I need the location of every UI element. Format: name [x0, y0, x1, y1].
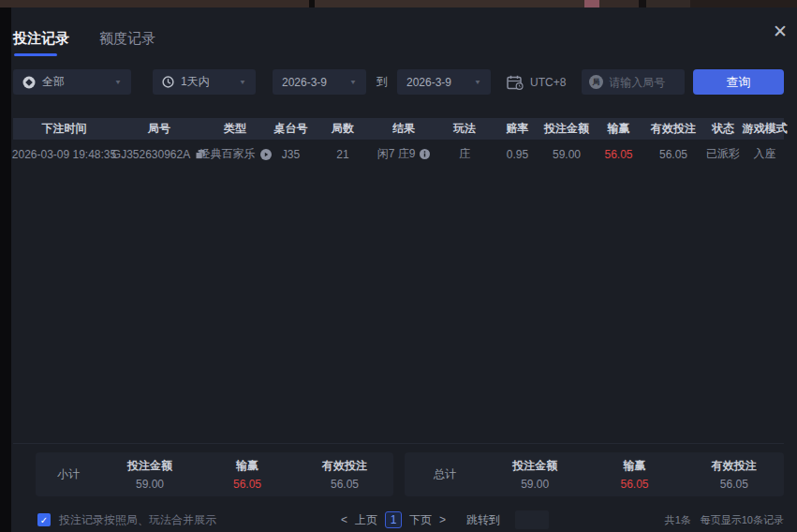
column-header: 玩法	[436, 121, 493, 137]
time-range-value: 1天内	[181, 74, 210, 90]
result-value: 闲7 庄9	[377, 146, 416, 162]
background-segment	[646, 0, 690, 7]
prev-page-button[interactable]: 上页	[355, 512, 377, 528]
search-button[interactable]: 查询	[693, 69, 784, 95]
table-no-cell: J35	[267, 148, 315, 161]
win-loss-cell: 56.05	[591, 148, 646, 161]
tab-quota-records-label: 额度记录	[99, 30, 155, 46]
win-loss-value: 56.05	[199, 478, 296, 491]
column-header: 类型	[203, 121, 267, 137]
betting-records-modal: ✕ 投注记录 额度记录 全部 ▼ 1天内	[11, 7, 797, 532]
bet-type-dropdown[interactable]: 全部 ▼	[13, 69, 131, 95]
pagination: < 上页 1 下页 > 跳转到	[341, 510, 549, 529]
subtotal-valid-bet: 有效投注 56.05	[296, 458, 393, 491]
bet-amount-cell: 59.00	[542, 148, 591, 161]
total-stats: 投注金额 59.00 输赢 56.05 有效投注 56.05	[485, 458, 784, 491]
column-header: 结果	[371, 121, 436, 137]
chevron-down-icon: ▼	[239, 79, 246, 86]
background-segment	[599, 0, 639, 7]
column-header: 局号	[115, 121, 203, 137]
result-cell: 闲7 庄9	[371, 146, 436, 162]
round-number-field: 局	[582, 69, 685, 95]
total-label: 总计	[405, 466, 485, 482]
round-icon: 局	[589, 75, 603, 89]
game-type-cell: 经典百家乐	[203, 146, 267, 162]
active-tab-underline	[14, 53, 57, 56]
win-loss-label: 输赢	[584, 458, 684, 474]
tab-bar: 投注记录 额度记录	[13, 30, 797, 56]
column-header: 局数	[315, 121, 371, 137]
rounds-cell: 21	[315, 148, 371, 161]
valid-bet-label: 有效投注	[296, 458, 393, 474]
close-icon[interactable]: ✕	[773, 22, 788, 40]
tab-quota-records[interactable]: 额度记录	[99, 30, 155, 56]
column-header: 赔率	[493, 121, 542, 137]
merge-checkbox[interactable]: ✓	[37, 513, 51, 526]
date-from-value: 2026-3-9	[282, 76, 327, 89]
check-icon: ✓	[40, 515, 48, 525]
background-segment	[690, 0, 797, 7]
screen: ✕ 投注记录 额度记录 全部 ▼ 1天内	[0, 0, 797, 532]
column-header: 投注金额	[542, 121, 591, 137]
bet-amount-value: 59.00	[485, 478, 584, 491]
odds-cell: 0.95	[493, 148, 542, 161]
next-arrow-icon[interactable]: >	[439, 513, 446, 526]
jump-to-input[interactable]	[515, 510, 549, 529]
background-segment	[0, 0, 309, 7]
tab-betting-records[interactable]: 投注记录	[13, 30, 69, 56]
tab-betting-records-label: 投注记录	[13, 30, 69, 46]
current-page-button[interactable]: 1	[385, 511, 402, 528]
background-segment	[315, 0, 584, 7]
valid-bet-cell: 56.05	[646, 148, 701, 161]
date-to-picker[interactable]: 2026-3-9 ▼	[397, 69, 491, 95]
bet-time-cell: 2026-03-09 19:48:35	[13, 148, 115, 161]
calendar-clock-icon[interactable]	[507, 75, 524, 90]
column-header: 输赢	[591, 121, 646, 137]
total-panel: 总计 投注金额 59.00 输赢 56.05 有效投注 56.05	[405, 452, 784, 496]
column-header: 有效投注	[646, 121, 701, 137]
win-loss-value: 56.05	[584, 478, 684, 491]
chevron-down-icon: ▼	[114, 79, 122, 86]
background-game-scene	[0, 0, 797, 7]
round-no-cell: GJ352630962A	[115, 148, 203, 161]
record-count-info: 共1条 每页显示10条记录	[665, 513, 784, 527]
chevron-down-icon: ▼	[474, 79, 481, 86]
date-to-value: 2026-3-9	[406, 76, 451, 89]
filter-bar: 全部 ▼ 1天内 ▼ 2026-3-9 ▼ 到 2026-3-9 ▼	[13, 69, 784, 95]
chevron-down-icon: ▼	[349, 79, 357, 86]
subtotal-win-loss: 输赢 56.05	[199, 458, 296, 491]
timezone-label: UTC+8	[530, 76, 566, 89]
table-header: 下注时间 局号 类型 桌台号 局数 结果 玩法 赔率 投注金额 输赢 有效投注 …	[13, 118, 784, 140]
timezone-indicator: UTC+8	[507, 75, 566, 90]
clock-icon	[162, 76, 174, 88]
valid-bet-value: 56.05	[685, 478, 784, 491]
subtotal-stats: 投注金额 59.00 输赢 56.05 有效投注 56.05	[101, 458, 393, 491]
next-page-button[interactable]: 下页	[409, 512, 432, 528]
total-bet-amount: 投注金额 59.00	[485, 458, 584, 491]
status-cell: 已派彩	[701, 146, 745, 162]
background-segment	[639, 0, 646, 7]
round-no-value: GJ352630962A	[112, 148, 190, 161]
game-type-value: 经典百家乐	[199, 146, 256, 162]
subtotal-label: 小计	[36, 466, 101, 482]
date-to-label: 到	[376, 74, 388, 90]
round-number-input[interactable]	[609, 76, 677, 89]
merge-option: ✓ 投注记录按照局、玩法合并展示	[37, 512, 341, 528]
time-range-dropdown[interactable]: 1天内 ▼	[153, 69, 256, 95]
bet-type-value: 全部	[42, 74, 65, 90]
subtotal-bet-amount: 投注金额 59.00	[101, 458, 199, 491]
column-header: 桌台号	[267, 121, 315, 137]
play-cell: 庄	[436, 146, 493, 162]
bet-amount-value: 59.00	[101, 478, 199, 491]
prev-arrow-icon[interactable]: <	[341, 513, 347, 526]
win-loss-label: 输赢	[199, 458, 296, 474]
bet-amount-label: 投注金额	[101, 458, 199, 474]
valid-bet-value: 56.05	[296, 478, 393, 491]
date-from-picker[interactable]: 2026-3-9 ▼	[273, 69, 366, 95]
total-win-loss: 输赢 56.05	[584, 458, 684, 491]
footer-bar: ✓ 投注记录按照局、玩法合并展示 < 上页 1 下页 > 跳转到 共1条 每页显…	[13, 507, 784, 532]
bet-amount-label: 投注金额	[485, 458, 584, 474]
total-count-text: 共1条	[665, 513, 691, 527]
info-icon[interactable]	[420, 149, 430, 159]
summary-row: 小计 投注金额 59.00 输赢 56.05 有效投注 56.05	[13, 452, 784, 496]
